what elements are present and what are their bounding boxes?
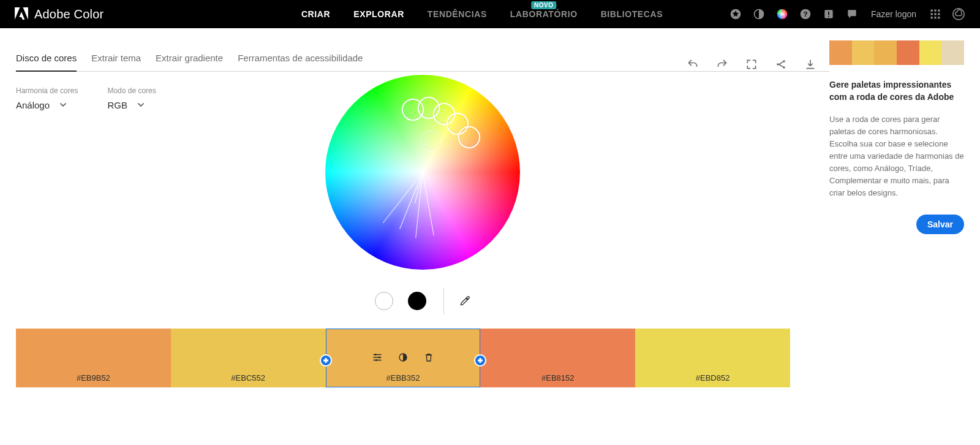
- harmony-label: Harmonia de cores: [16, 86, 78, 95]
- contrast-icon[interactable]: [752, 7, 766, 21]
- colormode-value: RGB: [107, 100, 127, 110]
- help-icon[interactable]: ?: [799, 7, 812, 21]
- wheel-handle-5[interactable]: [458, 126, 480, 148]
- preview-swatch-2: [852, 40, 875, 65]
- harmony-control: Harmonia de cores Análogo: [16, 86, 78, 110]
- svg-text:?: ?: [804, 10, 808, 18]
- tab-disco-de-cores[interactable]: Disco de cores: [16, 45, 77, 72]
- add-swatch-left[interactable]: [320, 354, 332, 367]
- preview-swatches: [829, 40, 964, 65]
- save-button[interactable]: Salvar: [916, 215, 964, 234]
- harmony-select[interactable]: Análogo: [16, 100, 78, 110]
- svg-point-22: [378, 357, 380, 359]
- swatch-5[interactable]: #EBD852: [635, 329, 790, 387]
- svg-rect-14: [931, 17, 933, 18]
- share-icon[interactable]: [774, 58, 788, 71]
- swatch-2-hex: #EBC552: [231, 373, 265, 382]
- sidebar: Gere paletas impressionantes com a roda …: [829, 28, 980, 234]
- nav-badge-novo: NOVO: [531, 1, 556, 9]
- sidebar-title: Gere paletas impressionantes com a roda …: [829, 78, 964, 104]
- svg-rect-16: [938, 17, 940, 18]
- swatch-4[interactable]: #EB8152: [480, 329, 635, 387]
- swatch-2[interactable]: #EBC552: [171, 329, 326, 387]
- eyedropper-icon[interactable]: [459, 295, 471, 307]
- preview-swatch-1: [829, 40, 852, 65]
- swatch-5-hex: #EBD852: [696, 373, 730, 382]
- svg-point-21: [374, 354, 376, 356]
- svg-rect-8: [931, 10, 933, 12]
- topbar: Adobe Color Criar Explorar Tendências NO…: [0, 0, 980, 28]
- comment-icon[interactable]: [845, 7, 859, 21]
- top-nav: Criar Explorar Tendências NOVO Laboratór…: [235, 9, 729, 19]
- brand-name: Adobe Color: [34, 7, 104, 21]
- wheel-handle-base[interactable]: [421, 131, 440, 151]
- swatch-1-hex: #EB9B52: [77, 373, 110, 382]
- chevron-down-icon: [59, 100, 67, 110]
- preview-swatch-6: [941, 40, 964, 65]
- nav-laboratorio-label: Laboratório: [510, 9, 578, 19]
- separator: [443, 288, 444, 314]
- svg-rect-13: [938, 13, 940, 15]
- background-black[interactable]: [408, 292, 426, 310]
- preview-swatch-5: [919, 40, 942, 65]
- nav-bibliotecas[interactable]: Bibliotecas: [601, 9, 663, 19]
- tab-extrair-tema[interactable]: Extrair tema: [91, 45, 141, 72]
- fullscreen-icon[interactable]: [745, 58, 758, 71]
- color-wheel-icon[interactable]: [775, 7, 789, 21]
- colormode-control: Modo de cores RGB: [107, 86, 156, 110]
- colormode-label: Modo de cores: [107, 86, 156, 95]
- trash-icon[interactable]: [423, 352, 434, 365]
- chevron-down-icon: [137, 100, 145, 110]
- svg-point-19: [783, 60, 785, 63]
- svg-rect-9: [934, 10, 936, 12]
- sidebar-body: Use a roda de cores para gerar paletas d…: [829, 113, 964, 200]
- swatch-3[interactable]: #EBB352: [326, 329, 481, 387]
- swatch-4-hex: #EB8152: [541, 373, 575, 382]
- tab-acessibilidade[interactable]: Ferramentas de acessibilidade: [238, 45, 363, 72]
- nav-laboratorio[interactable]: NOVO Laboratório: [510, 9, 578, 19]
- brand[interactable]: Adobe Color: [15, 7, 235, 21]
- svg-rect-15: [934, 17, 936, 18]
- adobe-logo-icon: [15, 7, 28, 21]
- svg-point-18: [777, 63, 779, 66]
- svg-rect-12: [934, 13, 936, 15]
- nav-criar[interactable]: Criar: [301, 9, 330, 19]
- nav-tendencias[interactable]: Tendências: [428, 9, 487, 19]
- bw-bar: [375, 288, 471, 314]
- harmony-value: Análogo: [16, 100, 50, 110]
- svg-rect-11: [931, 13, 933, 15]
- swatch-1[interactable]: #EB9B52: [16, 329, 171, 387]
- sub-tabs: Disco de cores Extrair tema Extrair grad…: [16, 45, 829, 72]
- nav-explorar[interactable]: Explorar: [353, 9, 404, 19]
- redo-icon[interactable]: [715, 58, 729, 71]
- notification-icon[interactable]: [822, 7, 835, 21]
- apps-grid-icon[interactable]: [929, 7, 942, 21]
- contrast-tool-icon[interactable]: [398, 352, 409, 365]
- preview-swatch-4: [897, 40, 919, 65]
- preview-swatch-3: [874, 40, 897, 65]
- svg-point-2: [777, 9, 788, 20]
- star-icon[interactable]: [729, 7, 742, 21]
- background-white[interactable]: [375, 292, 393, 310]
- tab-extrair-gradiente[interactable]: Extrair gradiente: [156, 45, 223, 72]
- colormode-select[interactable]: RGB: [107, 100, 156, 110]
- undo-icon[interactable]: [686, 58, 699, 71]
- svg-point-23: [375, 359, 377, 361]
- swatch-3-hex: #EBB352: [386, 373, 420, 382]
- svg-rect-10: [938, 10, 940, 12]
- login-link[interactable]: Fazer logon: [871, 9, 916, 19]
- download-icon[interactable]: [804, 58, 817, 71]
- sliders-icon[interactable]: [372, 352, 383, 365]
- color-wheel[interactable]: [325, 75, 520, 270]
- svg-rect-7: [828, 16, 829, 17]
- tab-tools: [686, 58, 817, 71]
- svg-point-20: [783, 66, 785, 69]
- svg-rect-6: [828, 12, 829, 15]
- creative-cloud-icon[interactable]: [952, 7, 965, 21]
- top-icons: ? Fazer logon: [729, 7, 965, 21]
- swatch-tools: [372, 352, 434, 365]
- swatch-strip: #EB9B52 #EBC552 #EBB352 #EB8152 #EBD852: [16, 329, 790, 387]
